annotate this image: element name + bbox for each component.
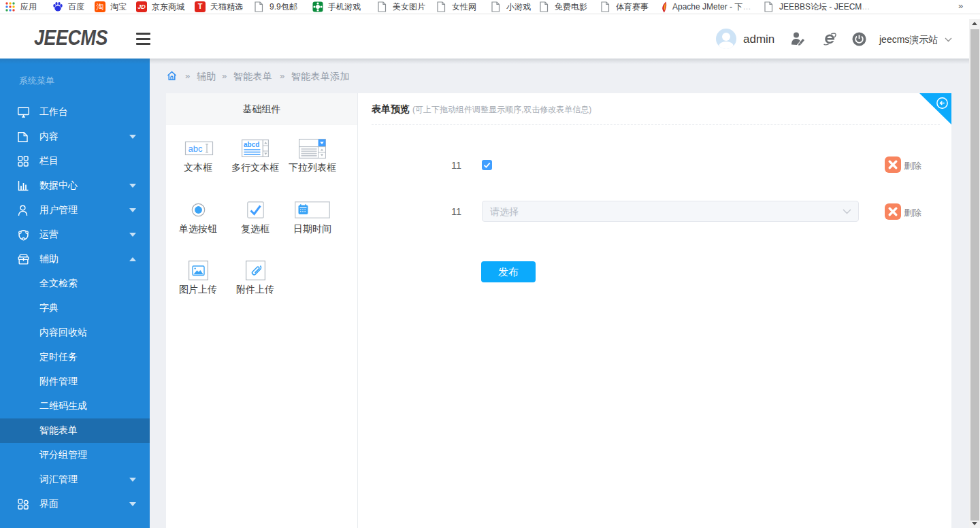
svg-text:abcd: abcd xyxy=(244,141,259,148)
svg-text:abc: abc xyxy=(188,144,202,154)
